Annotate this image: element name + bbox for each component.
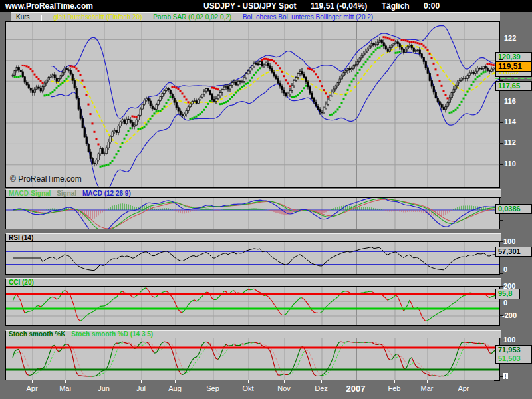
prorealtime-window: www.ProRealTime.com USDJPY - USD/JPY Spo…	[0, 0, 532, 399]
cci-axis-0: 0	[503, 299, 507, 307]
month-label: Sep	[200, 384, 226, 392]
time-axis-tick	[427, 380, 428, 383]
scrollbar-grip[interactable]	[493, 372, 509, 382]
stoch-axis-100: 100	[503, 336, 515, 344]
legend-bollinger[interactable]: Bol. oberes Bol. unteres Bollinger mitt …	[243, 13, 373, 21]
month-label: Dez	[308, 384, 334, 392]
time-axis-tick	[141, 380, 142, 383]
time-axis-tick	[464, 380, 464, 383]
panel-axis-tick	[499, 241, 503, 242]
time-axis-tick	[248, 380, 249, 383]
month-label: 2007	[342, 384, 369, 394]
price-axis-tick	[499, 102, 503, 102]
time-axis-tick	[65, 380, 66, 383]
title-bar: www.ProRealTime.com USDJPY - USD/JPY Spo…	[0, 0, 532, 12]
time-axis-tick	[213, 380, 213, 383]
grip-bar	[506, 373, 508, 379]
price-axis-tick	[499, 59, 503, 60]
panel-axis-tick	[499, 376, 503, 377]
month-label: Apr	[19, 384, 45, 392]
month-label: Jul	[128, 384, 154, 392]
month-label: Feb	[381, 384, 408, 392]
macd-signal-label: MACD-Signal	[9, 190, 51, 197]
time-axis-tick	[356, 380, 356, 383]
price-axis-tick	[499, 122, 503, 123]
panel-axis-tick	[499, 301, 503, 301]
time-axis-tick	[175, 380, 176, 383]
price-axis-tick	[499, 80, 503, 81]
panel-axis-tick	[499, 255, 503, 255]
legend-divider	[41, 15, 42, 21]
stoch-d-value-box: 51,503	[495, 354, 532, 364]
stoch-k-label: Stoch smooth %K	[9, 331, 66, 338]
price-axis-tick	[499, 39, 503, 39]
timeframe-label[interactable]: Täglich	[382, 1, 410, 11]
macd-label: MACD (12 26 9)	[82, 190, 131, 197]
time-axis-tick	[104, 380, 104, 383]
time-label: 0:00	[424, 1, 440, 11]
time-axis-tick	[32, 380, 33, 383]
site-label: www.ProRealTime.com	[5, 1, 93, 11]
signal-label: Signal	[57, 190, 76, 197]
month-label: Aug	[162, 384, 188, 392]
price-axis-label: 110	[504, 160, 516, 168]
price-axis-tick	[499, 143, 503, 144]
rsi-axis-0: 0	[503, 265, 507, 273]
sar-upper-value-box: 120,39	[495, 52, 532, 62]
stochastic-chart[interactable]	[5, 338, 500, 380]
indicator-legend: Kurs gleit Durchschnitt (Einfach 20) Par…	[11, 12, 500, 22]
instrument-label: USDJPY - USD/JPY Spot	[203, 1, 297, 11]
macd-chart[interactable]	[5, 197, 500, 229]
panel-axis-tick	[499, 286, 503, 287]
cci-chart[interactable]	[5, 286, 500, 326]
rsi-label: RSI (14)	[9, 234, 33, 241]
price-axis-label: 116	[504, 97, 516, 105]
month-label: Apr	[450, 384, 477, 392]
panel-axis-tick	[499, 273, 503, 274]
last-price-label: 119,51 (-0,04%)	[311, 1, 367, 11]
cci-axis-minus200: -200	[502, 311, 517, 319]
rsi-axis-100: 100	[503, 237, 515, 245]
cci-value-box: 95,8	[495, 289, 520, 299]
panel-axis-tick	[499, 315, 503, 316]
time-axis-tick	[284, 380, 285, 383]
cci-label: CCI (20)	[9, 279, 34, 286]
svg-text:© ProRealTime.com: © ProRealTime.com	[10, 174, 82, 184]
panel-axis-tick	[499, 220, 503, 221]
month-label: Okt	[235, 384, 261, 392]
legend-parabolic-sar[interactable]: Parab SAR (0,02 0,02 0,2)	[153, 13, 231, 21]
panel-axis-tick	[499, 340, 503, 340]
rsi-chart[interactable]	[5, 241, 500, 275]
price-axis-label: 122	[504, 34, 516, 42]
sar-level-marker	[495, 78, 531, 79]
month-label: Nov	[271, 384, 297, 392]
last-price-box: 119,51	[495, 61, 532, 72]
month-label: Mär	[414, 384, 440, 392]
panel-axis-tick	[499, 209, 503, 209]
legend-sma[interactable]: gleit Durchschnitt (Einfach 20)	[53, 13, 142, 21]
instrument-header: USDJPY - USD/JPY Spot 119,51 (-0,04%) Tä…	[203, 1, 452, 11]
month-label: Mai	[52, 384, 78, 392]
price-axis-label: 114	[504, 118, 516, 126]
main-price-chart[interactable]: © ProRealTime.com	[5, 21, 500, 188]
time-axis-tick	[394, 380, 395, 383]
price-axis-label: 112	[504, 138, 516, 146]
sar-lower-value-box: 117,65	[495, 81, 532, 91]
grip-bar	[503, 373, 505, 379]
legend-kurs: Kurs	[16, 13, 30, 21]
month-label: Jun	[90, 384, 117, 392]
time-axis-tick	[321, 380, 322, 383]
stoch-d-label: Stoch smooth %D (14 3 5)	[71, 331, 153, 338]
grip-dash	[494, 380, 500, 381]
price-axis-tick	[499, 164, 503, 165]
